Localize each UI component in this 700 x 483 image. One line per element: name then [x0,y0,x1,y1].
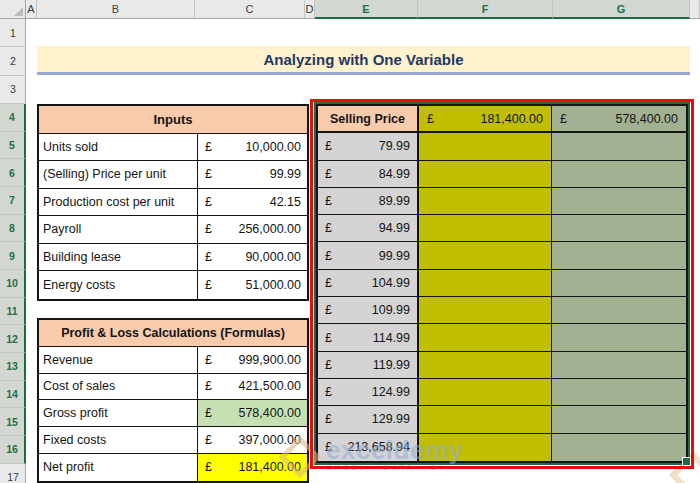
cell-net-profit-column[interactable] [419,406,552,432]
cell-gross-profit-column[interactable] [552,215,686,241]
pnl-value-cell[interactable]: £421,500.00 [198,374,307,400]
cell-gross-profit-column[interactable] [552,406,686,432]
currency-symbol: £ [325,358,332,372]
column-header-A[interactable]: A [26,0,37,18]
pnl-label[interactable]: Net profit [39,454,198,481]
row-header-6[interactable]: 6 [0,159,26,187]
row-header-7[interactable]: 7 [0,187,26,215]
row-header-3[interactable]: 3 [0,76,26,104]
cell-gross-profit-column[interactable] [552,297,686,323]
worksheet-title-cell[interactable]: Analyzing with One Variable [37,46,690,75]
inputs-label[interactable]: Building lease [39,244,198,271]
pnl-value-cell[interactable]: £999,900.00 [198,347,307,373]
inputs-value-cell[interactable]: £256,000.00 [198,216,307,243]
pnl-value-cell[interactable]: £181,400.00 [198,454,307,481]
row-header-16[interactable]: 16 [0,436,26,464]
cell-gross-profit-column[interactable] [552,270,686,296]
cell-net-profit-column[interactable] [419,161,552,187]
row-header-1[interactable]: 1 [0,19,26,47]
cell-selling-price[interactable]: £213,658.94 [318,434,419,461]
currency-symbol: £ [325,440,332,454]
row-header-13[interactable]: 13 [0,353,26,381]
data-table-header-selling-price[interactable]: Selling Price [318,106,419,131]
inputs-label[interactable]: Payroll [39,216,198,243]
selling-price-value: 109.99 [372,303,410,317]
inputs-value-cell[interactable]: £51,000.00 [198,271,307,299]
inputs-label[interactable]: Energy costs [39,271,198,299]
inputs-label[interactable]: Units sold [39,134,198,161]
data-table-header-gross-profit-cell[interactable]: £ 578,400.00 [552,106,686,131]
currency-symbol: £ [325,303,332,317]
pnl-label[interactable]: Cost of sales [39,374,198,400]
row-header-12[interactable]: 12 [0,325,26,353]
cell-net-profit-column[interactable] [419,352,552,378]
inputs-label[interactable]: Production cost per unit [39,189,198,216]
cell-selling-price[interactable]: £84.99 [318,161,419,187]
inputs-value-cell[interactable]: £99.99 [198,161,307,188]
row-header-17[interactable]: 17 [0,464,26,483]
fill-handle[interactable] [682,457,691,466]
cell-net-profit-column[interactable] [419,215,552,241]
cell-gross-profit-column[interactable] [552,133,686,159]
pnl-label[interactable]: Gross profit [39,400,198,426]
cell-net-profit-column[interactable] [419,242,552,268]
cell-selling-price[interactable]: £129.99 [318,406,419,432]
column-header-D[interactable]: D [305,0,315,18]
inputs-value-cell[interactable]: £90,000.00 [198,244,307,271]
cell-net-profit-column[interactable] [419,270,552,296]
inputs-table-header[interactable]: Inputs [39,106,307,134]
cell-net-profit-column[interactable] [419,324,552,350]
currency-symbol: £ [325,385,332,399]
pnl-table: Profit & Loss Calculations (Formulas) Re… [37,318,309,483]
column-header-G[interactable]: G [553,0,690,19]
cell-selling-price[interactable]: £79.99 [318,133,419,159]
cell-gross-profit-column[interactable] [552,188,686,214]
data-table-header-net-profit-cell[interactable]: £ 181,400.00 [419,106,552,131]
currency-symbol: £ [325,221,332,235]
cell-gross-profit-column[interactable] [552,161,686,187]
cell-net-profit-column[interactable] [419,188,552,214]
row-header-9[interactable]: 9 [0,242,26,270]
inputs-amount: 42.15 [270,195,301,209]
inputs-value-cell[interactable]: £10,000.00 [198,134,307,161]
cell-selling-price[interactable]: £99.99 [318,242,419,268]
pnl-label[interactable]: Revenue [39,347,198,373]
pnl-table-header[interactable]: Profit & Loss Calculations (Formulas) [39,320,307,347]
cell-selling-price[interactable]: £109.99 [318,297,419,323]
cell-gross-profit-column[interactable] [552,242,686,268]
cell-gross-profit-column[interactable] [552,379,686,405]
cell-net-profit-column[interactable] [419,297,552,323]
row-header-5[interactable]: 5 [0,132,26,160]
row-header-14[interactable]: 14 [0,381,26,409]
pnl-value-cell[interactable]: £578,400.00 [198,400,307,426]
selling-price-value: 79.99 [379,139,410,153]
row-header-15[interactable]: 15 [0,408,26,436]
cell-selling-price[interactable]: £89.99 [318,188,419,214]
cell-selling-price[interactable]: £94.99 [318,215,419,241]
column-header-E[interactable]: E [315,0,418,19]
inputs-label[interactable]: (Selling) Price per unit [39,161,198,188]
inputs-value-cell[interactable]: £42.15 [198,189,307,216]
column-header-C[interactable]: C [195,0,305,18]
cell-selling-price[interactable]: £104.99 [318,270,419,296]
row-header-4[interactable]: 4 [0,104,26,132]
cell-selling-price[interactable]: £114.99 [318,324,419,350]
column-header-blank[interactable] [690,0,700,18]
pnl-value-cell[interactable]: £397,000.00 [198,427,307,453]
cell-gross-profit-column[interactable] [552,352,686,378]
row-header-8[interactable]: 8 [0,215,26,243]
pnl-label[interactable]: Fixed costs [39,427,198,453]
select-all-button[interactable] [0,0,26,19]
cell-net-profit-column[interactable] [419,434,552,461]
row-header-11[interactable]: 11 [0,298,26,326]
cell-gross-profit-column[interactable] [552,434,686,461]
row-header-2[interactable]: 2 [0,47,26,75]
cell-net-profit-column[interactable] [419,133,552,159]
cell-gross-profit-column[interactable] [552,324,686,350]
cell-selling-price[interactable]: £119.99 [318,352,419,378]
column-header-B[interactable]: B [37,0,195,18]
cell-selling-price[interactable]: £124.99 [318,379,419,405]
row-header-10[interactable]: 10 [0,270,26,298]
column-header-F[interactable]: F [418,0,553,19]
cell-net-profit-column[interactable] [419,379,552,405]
